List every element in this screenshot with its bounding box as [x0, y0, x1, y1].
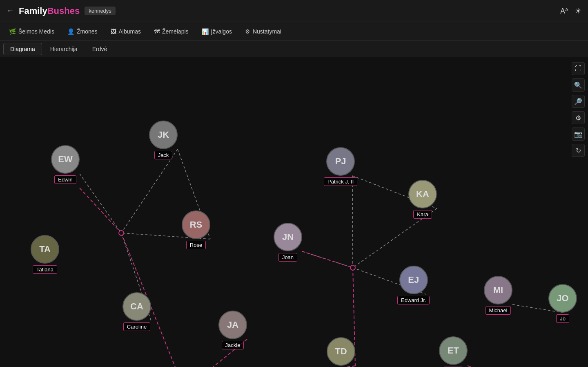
fullscreen-button[interactable]: ⛶ [572, 62, 585, 75]
label-kara: Kara [413, 210, 432, 219]
nav-icon-nustatymai: ⚙ [245, 28, 250, 35]
junction-1 [118, 230, 124, 236]
header: ← FamilyBushes kennedys Aᴬ ☀ [0, 0, 588, 22]
person-node-edward[interactable]: EJEdward Jr. [397, 266, 430, 304]
nav-icon-zemelapis: 🗺 [154, 28, 160, 35]
subnav-item-erdve[interactable]: Erdvė [86, 43, 114, 55]
person-node-kara[interactable]: KAKara [408, 180, 437, 219]
sub-nav: DiagramaHierarchijaErdvė [0, 41, 588, 57]
subnav-item-hierarchija[interactable]: Hierarchija [44, 43, 84, 55]
avatar-ethel: ET [439, 336, 468, 365]
person-node-tatiana[interactable]: TATatiana [31, 235, 59, 274]
person-node-rose[interactable]: RSRose [182, 210, 210, 249]
back-button[interactable]: ← [7, 7, 14, 15]
avatar-jackie: JA [218, 311, 247, 339]
nav-item-nustatymai[interactable]: ⚙Nustatymai [239, 26, 287, 37]
refresh-button[interactable]: ↻ [572, 144, 585, 157]
label-jo: Jo [556, 314, 569, 323]
label-joan: Joan [278, 253, 297, 262]
nav-label-izvalgos: Įžvalgos [211, 28, 232, 35]
person-node-patrick[interactable]: PJPatrick J. II [324, 147, 357, 186]
person-node-caroline[interactable]: CACaroline [122, 292, 151, 331]
avatar-edward: EJ [399, 266, 428, 294]
brightness-icon[interactable]: ☀ [575, 7, 581, 16]
avatar-ted: TD [327, 337, 355, 366]
avatar-patrick: PJ [326, 147, 355, 176]
header-right: Aᴬ ☀ [560, 7, 581, 16]
avatar-joan: JN [274, 223, 302, 251]
person-node-joan[interactable]: JNJoan [274, 223, 302, 262]
family-tree-canvas: .dashed-line { stroke: #888; stroke-widt… [0, 57, 588, 367]
avatar-kara: KA [408, 180, 437, 208]
settings-button[interactable]: ⚙ [572, 111, 585, 124]
zoom-in-button[interactable]: 🔍 [572, 78, 585, 92]
label-tatiana: Tatiana [33, 265, 57, 274]
label-jack: Jack [154, 151, 173, 159]
nav-item-izvalgos[interactable]: 📊Įžvalgos [196, 26, 238, 37]
camera-button[interactable]: 📷 [572, 128, 585, 141]
app-title: FamilyBushes [19, 6, 80, 16]
avatar-rose: RS [182, 210, 210, 239]
right-toolbar: ⛶🔍🔎⚙📷↻ [568, 57, 588, 162]
nav-item-zemelapis[interactable]: 🗺Žemėlapis [148, 26, 194, 37]
avatar-jack: JK [149, 121, 178, 149]
nav-item-albumas[interactable]: 🖼Albumas [105, 26, 147, 37]
translate-icon[interactable]: Aᴬ [560, 7, 568, 16]
nav-icon-seimos-medis: 🌿 [9, 28, 16, 35]
person-node-jack[interactable]: JKJack [149, 121, 178, 159]
label-edwin: Edwin [54, 175, 76, 184]
nav-label-albumas: Albumas [119, 28, 141, 35]
connection-lines: .dashed-line { stroke: #888; stroke-widt… [0, 57, 588, 367]
person-node-ethel[interactable]: ETEthel [439, 336, 468, 367]
nav-icon-albumas: 🖼 [111, 28, 116, 35]
label-rose: Rose [186, 241, 206, 249]
person-node-edwin[interactable]: EWEdwin [51, 145, 80, 184]
label-edward: Edward Jr. [397, 296, 430, 304]
avatar-michael: MI [484, 276, 512, 304]
person-node-jo[interactable]: JOJo [548, 284, 577, 323]
label-caroline: Caroline [123, 322, 150, 331]
main-nav: 🌿Šeimos Medis👤Žmonės🖼Albumas🗺Žemėlapis📊Į… [0, 22, 588, 41]
nav-label-zmoness: Žmonės [77, 28, 98, 35]
family-badge[interactable]: kennedys [85, 7, 116, 15]
subnav-item-diagrama[interactable]: Diagrama [3, 43, 42, 55]
avatar-edwin: EW [51, 145, 80, 174]
person-node-michael[interactable]: MIMichael [484, 276, 512, 315]
label-jackie: Jackie [222, 341, 244, 349]
label-patrick: Patrick J. II [324, 177, 357, 186]
nav-label-seimos-medis: Šeimos Medis [18, 28, 54, 35]
title-bushes: Bushes [47, 6, 80, 16]
person-node-jackie[interactable]: JAJackie [218, 311, 247, 349]
nav-item-seimos-medis[interactable]: 🌿Šeimos Medis [3, 26, 60, 37]
zoom-out-button[interactable]: 🔎 [572, 95, 585, 108]
title-family: Family [19, 6, 47, 16]
nav-label-zemelapis: Žemėlapis [162, 28, 189, 35]
avatar-jo: JO [548, 284, 577, 313]
avatar-tatiana: TA [31, 235, 59, 264]
person-node-ted[interactable]: TDTed [327, 337, 355, 367]
nav-label-nustatymai: Nustatymai [253, 28, 281, 35]
nav-icon-zmoness: 👤 [67, 28, 74, 35]
label-michael: Michael [486, 306, 511, 315]
avatar-caroline: CA [122, 292, 151, 321]
nav-icon-izvalgos: 📊 [202, 28, 209, 35]
nav-item-zmoness[interactable]: 👤Žmonės [62, 26, 103, 37]
junction-2 [350, 265, 356, 271]
